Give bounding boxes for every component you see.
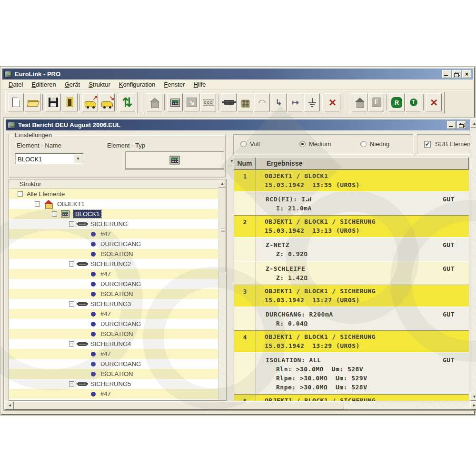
horizontal-scrollbar[interactable]: ◄ ► (6, 401, 476, 409)
tree-item[interactable]: #47 (9, 309, 218, 319)
tree-expand-icon[interactable] (69, 221, 74, 227)
measurement-block[interactable]: RCD(FI): I GUT I: 21.0mA (234, 191, 469, 215)
tree-item[interactable]: #47 (9, 389, 218, 399)
tree-item[interactable]: #47 (9, 229, 218, 239)
result-row[interactable]: 3 OBJEKT1 / BLOCK1 / SICHERUNG 15.03.194… (234, 285, 469, 330)
tree-item[interactable]: BLOCK1 (9, 209, 218, 219)
result-row[interactable]: 1 OBJEKT1 / BLOCK1 15.03.1942 13:35 (URO… (234, 169, 469, 215)
tree-item[interactable]: DURCHGANG (9, 319, 218, 329)
tree-item[interactable]: DURCHGANG (9, 279, 218, 289)
toolbar-button[interactable]: ↘ (99, 93, 115, 111)
radio-niedrig[interactable]: Niedrig (360, 140, 389, 148)
result-row[interactable]: 4 OBJEKT1 / BLOCK1 / SICHERUNG 15.03.194… (234, 330, 469, 394)
toolbar-button[interactable]: ccc (200, 93, 216, 111)
tree-item[interactable]: OBJEKT1 (9, 199, 218, 209)
toolbar-button[interactable] (62, 93, 78, 111)
toolbar-button[interactable]: ⇅ (119, 93, 135, 111)
scroll-up-icon[interactable]: ▲ (218, 179, 226, 188)
radio-voll[interactable]: Voll (240, 140, 260, 148)
toolbar-button[interactable]: ↦ (288, 93, 303, 111)
toolbar-button[interactable]: ▦ (238, 93, 253, 111)
menu-item[interactable]: Editieren (27, 79, 60, 89)
horizontal-scrollbar-thumb[interactable] (14, 401, 344, 409)
results-ergebnisse-header[interactable]: Ergebnisse (256, 158, 468, 169)
tree-item[interactable]: ISOLATION (9, 369, 218, 379)
toolbar-button[interactable]: × (325, 93, 340, 111)
toolbar-button[interactable]: T (406, 93, 421, 111)
tree-expand-icon[interactable] (35, 201, 40, 207)
toolbar-button[interactable] (147, 93, 162, 111)
menu-item[interactable]: Fenster (159, 79, 189, 89)
toolbar-button[interactable] (221, 93, 237, 111)
tree-item[interactable]: ISOLATION (9, 329, 218, 339)
tree-item[interactable]: #47 (9, 269, 218, 279)
tree-expand-icon[interactable] (69, 381, 74, 387)
measurement-block[interactable]: ISOLATION: ALL GUT Rln: >30.0MΩ Um: 528V (234, 352, 469, 394)
result-row[interactable]: 2 OBJEKT1 / BLOCK1 / SICHERUNG 15.03.194… (234, 215, 469, 285)
tree-expand-icon[interactable] (69, 261, 74, 267)
scrollbar-track[interactable] (344, 401, 470, 409)
scroll-up-icon[interactable]: ▲ (470, 119, 476, 128)
main-titlebar[interactable]: EuroLink - PRO × (2, 69, 473, 79)
doc-minimize-button[interactable] (447, 121, 456, 129)
radio-medium[interactable]: Medium (299, 140, 331, 148)
results-num-header[interactable]: Num (234, 158, 256, 169)
scroll-down-icon[interactable]: ▼ (470, 393, 476, 401)
tree-scrollbar-thumb[interactable] (218, 188, 226, 272)
tree-item[interactable]: ISOLATION (9, 249, 218, 259)
toolbar-button[interactable] (304, 93, 320, 111)
toolbar-button[interactable]: ↳ (271, 93, 287, 111)
tree-expand-icon[interactable] (52, 211, 57, 217)
measurement-block[interactable]: DURCHGANG: R200mA GUT R: 0.04Ω (234, 307, 469, 330)
element-name-combobox[interactable]: BLOCK1 ▼ (15, 153, 83, 164)
tree-item[interactable]: SICHERUNG (9, 219, 218, 229)
tree-item[interactable]: SICHERUNG3 (9, 299, 218, 309)
results-scrollbar[interactable]: ▲ ▼ (470, 119, 476, 401)
checkbox-checked-icon[interactable]: ✓ (424, 141, 431, 148)
doc-restore-button[interactable] (457, 121, 466, 129)
toolbar-button[interactable]: F (368, 93, 384, 111)
menu-item[interactable]: Hilfe (189, 79, 210, 89)
tree-item[interactable]: DURCHGANG (9, 359, 218, 369)
toolbar-button[interactable] (352, 93, 367, 111)
toolbar-button[interactable] (25, 93, 40, 111)
scroll-right-icon[interactable]: ► (470, 401, 476, 409)
tree-expand-icon[interactable] (18, 191, 23, 197)
radio-icon[interactable] (360, 141, 367, 147)
toolbar-button[interactable]: ↘ (184, 93, 199, 111)
menu-item[interactable]: Struktur (84, 79, 115, 89)
tree-item[interactable]: SICHERUNG2 (9, 259, 218, 269)
document-titlebar[interactable]: Test Bericht DEU August 2006.EUL (6, 119, 476, 130)
combobox-dropdown-icon[interactable]: ▼ (74, 154, 82, 163)
sub-element-checkbox[interactable]: ✓ SUB Elemente (424, 140, 476, 148)
toolbar-button[interactable]: ◠ (254, 93, 270, 111)
menu-item[interactable]: Gerät (60, 79, 85, 89)
result-row[interactable]: 5 OBJEKT1 / BLOCK1 / SICHERUNG (234, 394, 469, 401)
tree-item[interactable]: ISOLATION (9, 289, 218, 299)
tree-expand-icon[interactable] (69, 341, 74, 347)
toolbar-button[interactable] (8, 93, 24, 111)
menu-item[interactable]: Konfiguration (115, 79, 160, 89)
toolbar-button[interactable]: × (426, 93, 442, 111)
restore-button[interactable] (452, 70, 461, 78)
tree-item[interactable]: DURCHGANG (9, 239, 218, 249)
element-typ-dropdown[interactable]: ▼ (125, 151, 224, 169)
tree-item[interactable]: SICHERUNG5 (9, 379, 218, 389)
tree-expand-icon[interactable] (69, 301, 74, 307)
tree-item[interactable]: #47 (9, 349, 218, 359)
close-button[interactable]: × (462, 70, 471, 78)
toolbar-button[interactable]: ↗ (82, 93, 98, 111)
toolbar-button[interactable]: R (389, 93, 405, 111)
measurement-block[interactable]: Z-NETZ GUT Z: 0.92Ω (234, 237, 469, 261)
tree-item[interactable]: SICHERUNG4 (9, 339, 218, 349)
radio-icon[interactable] (240, 141, 247, 147)
radio-selected-icon[interactable] (299, 141, 306, 147)
tree-scrollbar[interactable]: ▲ (218, 179, 226, 400)
measurement-block[interactable]: Z-SCHLEIFE GUT Z: 1.42Ω (234, 261, 469, 285)
toolbar-button[interactable] (45, 93, 61, 111)
menu-item[interactable]: Datei (4, 79, 27, 89)
toolbar-button[interactable] (167, 93, 183, 111)
minimize-button[interactable] (442, 70, 451, 78)
tree-item[interactable]: Alle Elemente (9, 189, 218, 199)
scroll-left-icon[interactable]: ◄ (6, 401, 14, 409)
